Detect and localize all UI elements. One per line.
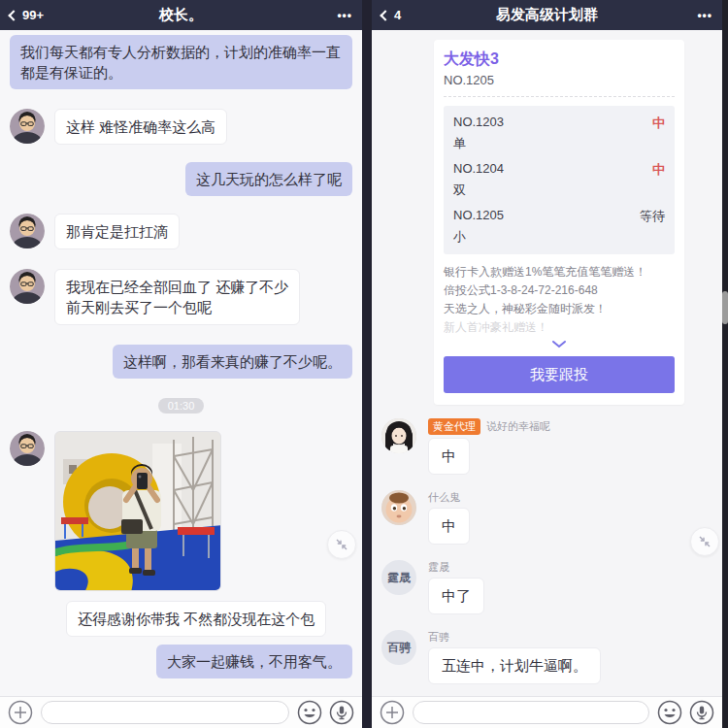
avatar[interactable] <box>10 431 45 466</box>
attach-button[interactable] <box>380 700 405 725</box>
microphone-icon <box>329 700 354 725</box>
sent-message[interactable]: 我们每天都有专人分析数据的，计划的准确率一直都是有保证的。 <box>10 35 352 89</box>
received-message[interactable]: 还得感谢你带我 不然都没现在这个包 <box>66 601 326 637</box>
avatar[interactable]: 霆晟 <box>381 560 416 595</box>
follow-bet-button[interactable]: 我要跟投 <box>444 356 675 393</box>
message-body: 百骋 五连中，计划牛逼啊。 <box>428 630 601 684</box>
dual-chat-screenshot: 99+ 校长。 ••• 我们每天都有专人分析数据的，计划的准确率一直都是有保证的… <box>0 0 728 728</box>
man-avatar-icon <box>10 431 45 466</box>
plus-icon <box>380 700 405 725</box>
dashed-separator <box>444 96 675 97</box>
group-message-row: 黄金代理 说好的幸福呢 中 <box>372 418 722 475</box>
left-input-bar <box>0 696 362 728</box>
message-row: 我现在已经全部回血了 还赚了不少 前天刚去买了一个包呢 <box>0 269 362 325</box>
promo-line: 倍投公式1-3-8-24-72-216-648 <box>444 281 675 300</box>
man-avatar-icon <box>10 109 45 144</box>
attach-button[interactable] <box>8 700 33 725</box>
microphone-icon <box>689 700 714 725</box>
pick-label: 双 <box>453 182 665 199</box>
avatar[interactable]: 百骋 <box>381 630 416 665</box>
promo-line: 银行卡入款赠送1%笔笔充值笔笔赠送！ <box>444 263 675 281</box>
avatar[interactable] <box>10 269 45 304</box>
man-avatar-icon <box>10 214 45 248</box>
more-menu-button[interactable]: ••• <box>337 9 352 22</box>
result-label: 中 <box>652 161 665 179</box>
message-row: 这几天玩的怎么样了呢 <box>0 162 362 196</box>
history-row: NO.1205等待 小 <box>453 208 665 246</box>
left-header: 99+ 校长。 ••• <box>0 0 362 30</box>
sent-message[interactable]: 大家一起赚钱，不用客气。 <box>156 645 352 678</box>
message-row <box>0 431 362 591</box>
right-header: 4 易发高级计划群 ••• <box>372 0 722 30</box>
left-message-list[interactable]: 我们每天都有专人分析数据的，计划的准确率一直都是有保证的。 这样 难怪准确率这么… <box>0 30 362 696</box>
message-input[interactable] <box>41 701 289 724</box>
plan-history-box: NO.1203中 单 NO.1204中 双 NO.1205等待 小 <box>444 106 675 254</box>
girl-avatar-icon <box>381 418 416 453</box>
avatar[interactable] <box>381 418 416 453</box>
back-button[interactable]: 99+ <box>10 8 44 22</box>
expand-promos-button[interactable] <box>444 340 675 348</box>
man-avatar-icon <box>10 269 45 304</box>
round-number: NO.1205 <box>453 208 504 225</box>
window-edge <box>722 0 728 728</box>
sent-message[interactable]: 这样啊，那看来真的赚了不少呢。 <box>113 345 352 379</box>
group-message[interactable]: 中 <box>428 508 470 545</box>
round-number: NO.1204 <box>453 161 504 179</box>
collapse-float-button[interactable] <box>690 527 719 556</box>
group-message[interactable]: 五连中，计划牛逼啊。 <box>428 647 601 684</box>
group-message-row: 什么鬼 中 <box>372 490 722 545</box>
collapse-arrows-icon <box>334 537 349 552</box>
result-label: 等待 <box>640 208 665 225</box>
chevron-down-icon <box>551 340 567 348</box>
back-button[interactable]: 4 <box>381 8 401 22</box>
message-body: 黄金代理 说好的幸福呢 中 <box>428 418 550 475</box>
lottery-plan-card: 大发快3 NO.1205 NO.1203中 单 NO.1204中 双 NO.12… <box>434 40 684 405</box>
more-menu-button[interactable]: ••• <box>697 9 712 22</box>
message-body: 什么鬼 中 <box>428 490 470 545</box>
group-chat-panel: 4 易发高级计划群 ••• 大发快3 NO.1205 NO.1203中 单 NO… <box>372 0 722 728</box>
group-message[interactable]: 中 <box>428 438 470 475</box>
emoji-button[interactable] <box>297 700 322 725</box>
username: 说好的幸福呢 <box>486 419 550 434</box>
photo-message[interactable] <box>54 431 221 591</box>
timestamp: 01:30 <box>158 398 205 414</box>
unread-count-badge: 99+ <box>22 8 44 22</box>
collapse-float-button[interactable] <box>327 530 356 559</box>
message-row: 那肯定是扛扛滴 <box>0 214 362 249</box>
baby-avatar-icon <box>381 490 416 525</box>
private-chat-panel: 99+ 校长。 ••• 我们每天都有专人分析数据的，计划的准确率一直都是有保证的… <box>0 0 362 728</box>
unread-count-badge: 4 <box>394 8 401 22</box>
message-row: 这样 难怪准确率这么高 <box>0 109 362 145</box>
emoji-button[interactable] <box>657 700 682 725</box>
message-row: 这样啊，那看来真的赚了不少呢。 <box>0 345 362 379</box>
game-name: 大发快3 <box>444 50 675 70</box>
timestamp-row: 01:30 <box>0 398 362 414</box>
smiley-icon <box>297 700 322 725</box>
voice-button[interactable] <box>329 700 354 725</box>
promo-lines: 银行卡入款赠送1%笔笔充值笔笔赠送！ 倍投公式1-3-8-24-72-216-6… <box>444 263 675 337</box>
group-message[interactable]: 中了 <box>428 578 484 614</box>
promo-line: 新人首冲豪礼赠送！ <box>444 318 675 337</box>
group-message-row: 霆晟 霆晟 中了 <box>372 560 722 614</box>
scrollbar-thumb[interactable] <box>722 291 728 324</box>
pick-label: 单 <box>453 135 665 152</box>
avatar[interactable] <box>10 109 45 144</box>
message-input[interactable] <box>413 701 649 724</box>
avatar[interactable] <box>10 214 45 248</box>
history-row: NO.1203中 单 <box>453 115 665 152</box>
group-title: 易发高级计划群 <box>372 6 722 24</box>
username: 霆晟 <box>428 560 449 575</box>
message-body: 霆晟 中了 <box>428 560 484 614</box>
right-input-bar <box>372 696 722 728</box>
received-message[interactable]: 这样 难怪准确率这么高 <box>54 109 227 145</box>
received-message[interactable]: 那肯定是扛扛滴 <box>54 214 180 249</box>
right-message-list[interactable]: 大发快3 NO.1205 NO.1203中 单 NO.1204中 双 NO.12… <box>372 30 722 696</box>
voice-button[interactable] <box>689 700 714 725</box>
sent-message[interactable]: 这几天玩的怎么样了呢 <box>185 162 352 196</box>
avatar[interactable] <box>381 490 416 525</box>
promo-line: 天选之人，神秘彩金随时派发！ <box>444 300 675 318</box>
chat-title: 校长。 <box>0 6 362 24</box>
back-arrow-icon <box>8 10 18 20</box>
received-message[interactable]: 我现在已经全部回血了 还赚了不少 前天刚去买了一个包呢 <box>54 269 300 325</box>
screens-divider <box>362 0 372 728</box>
